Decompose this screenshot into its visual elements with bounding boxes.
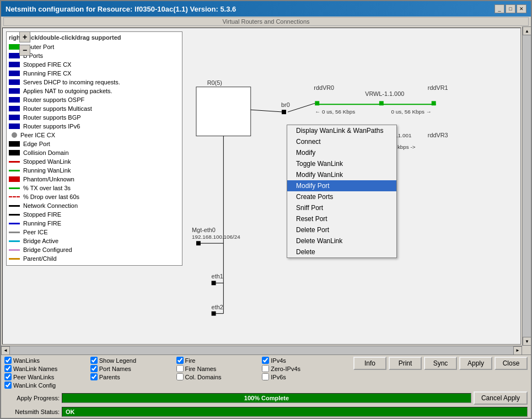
legend-stopped-fire-cx: Stopped FIRE CX (23, 60, 71, 69)
canvas-area[interactable]: + − right-click/double-click/drag suppor… (2, 28, 521, 345)
progress-bar-fill: 100% Complete (62, 394, 471, 402)
legend-running-fire-cx: Running FIRE CX (23, 69, 71, 78)
list-item: Collision Domain (9, 148, 180, 157)
scroll-down-button[interactable]: ▼ (523, 337, 531, 346)
legend-running-wanlink: Running WanLink (23, 166, 71, 175)
ospf-color (9, 97, 20, 103)
checkbox-fire[interactable]: Fire (176, 357, 261, 364)
maximize-button[interactable]: □ (506, 4, 515, 13)
edge-port-color (9, 141, 20, 147)
window-title: Netsmith configuration for Resource: lf0… (6, 5, 236, 13)
checkbox-wanlink-config[interactable]: WanLink Config (4, 382, 89, 389)
legend-bgp: Router supports BGP (23, 113, 81, 122)
list-item: Stopped FIRE CX (9, 60, 180, 69)
checkbox-ipv6s[interactable]: IPv6s (262, 373, 347, 380)
svg-text:br0: br0 (281, 101, 290, 108)
svg-rect-10 (432, 101, 436, 105)
checkbox-wanlinks[interactable]: WanLinks (4, 357, 89, 364)
parent-child-color (9, 258, 20, 260)
checkbox-ipv4s[interactable]: IPv4s (262, 357, 347, 364)
checkbox-col-domains[interactable]: Col. Domains (176, 373, 261, 380)
list-item: Bridge Configured (9, 245, 180, 254)
list-item: Router Port (9, 42, 180, 51)
main-area: + − right-click/double-click/drag suppor… (1, 26, 531, 346)
svg-text:0 us, 56 Kbps →: 0 us, 56 Kbps → (391, 109, 432, 115)
sync-button[interactable]: Sync (424, 357, 457, 370)
context-menu-item-display-wanlink[interactable]: Display WanLink & WanPaths (287, 125, 396, 136)
apply-button[interactable]: Apply (459, 357, 492, 370)
context-menu-item-modify-wanlink[interactable]: Modify WanLink (287, 169, 396, 180)
status-label: Netsmith Status: (4, 409, 60, 415)
svg-line-30 (288, 103, 315, 112)
list-item: Applies NAT to outgoing packets. (9, 87, 180, 95)
print-button[interactable]: Print (389, 357, 422, 370)
context-menu-item-create-ports[interactable]: Create Ports (287, 191, 396, 202)
vertical-scrollbar[interactable]: ▲ ▼ (522, 26, 531, 346)
legend-bridge-active: Bridge Active (23, 237, 58, 245)
checkbox-parents[interactable]: Parents (90, 373, 175, 380)
context-menu-item-connect[interactable]: Connect (287, 136, 396, 147)
scroll-track-h[interactable] (10, 346, 513, 354)
close-button[interactable]: Close (495, 357, 528, 370)
svg-text:Mgt-eth0: Mgt-eth0 (192, 227, 216, 233)
context-menu-item-delete-wanlink[interactable]: Delete WanLink (287, 235, 396, 246)
close-window-button[interactable]: ✕ (517, 4, 526, 13)
list-item: Serves DHCP to incoming requests. (9, 78, 180, 87)
checkbox-fire-names[interactable]: Fire Names (176, 365, 261, 372)
legend-peer-ice-cx: Peer ICE CX (20, 131, 55, 139)
nat-color (9, 88, 20, 94)
info-button[interactable]: Info (353, 357, 386, 370)
scroll-right-button[interactable]: ► (513, 346, 522, 355)
list-item: Router supports OSPF (9, 95, 180, 104)
checkbox-port-names[interactable]: Port Names (90, 365, 175, 372)
svg-text:eth2: eth2 (212, 304, 223, 310)
list-item: Phantom/Unknown (9, 175, 180, 184)
legend-parent-child: Parent/Child (23, 254, 57, 263)
svg-text:rddVR0: rddVR0 (314, 84, 334, 91)
legend-peer-ice: Peer ICE (23, 228, 48, 237)
list-item: Running FIRE (9, 219, 180, 228)
minimize-button[interactable]: _ (495, 4, 504, 13)
svg-rect-0 (196, 87, 251, 136)
progress-bar-container: 100% Complete (62, 393, 471, 403)
context-menu-item-delete[interactable]: Delete (287, 246, 396, 257)
zoom-out-button[interactable]: − (19, 45, 30, 56)
list-item: Peer ICE CX (9, 131, 180, 139)
network-conn-color (9, 205, 20, 207)
peer-ice-cx-dot (12, 132, 17, 138)
scroll-up-button[interactable]: ▲ (523, 26, 531, 35)
context-menu-item-sniff-port[interactable]: Sniff Port (287, 202, 396, 213)
svg-text:← 0 us, 56 Kbps: ← 0 us, 56 Kbps (315, 109, 355, 115)
checkbox-wanlink-names[interactable]: WanLink Names (4, 365, 89, 372)
legend-dhcp: Serves DHCP to incoming requests. (23, 78, 120, 87)
list-item: % Drop over last 60s (9, 192, 180, 201)
zoom-in-button[interactable]: + (19, 31, 30, 42)
checkbox-show-legend[interactable]: Show Legend (90, 357, 175, 364)
list-item: Running WanLink (9, 166, 180, 175)
scroll-track-v[interactable] (523, 35, 531, 337)
legend-collision-domain: Collision Domain (23, 148, 69, 157)
section-label: Virtual Routers and Connections (3, 17, 529, 26)
context-menu-item-modify[interactable]: Modify (287, 147, 396, 158)
legend-title: right-click/double-click/drag supported (9, 34, 180, 41)
stopped-fire-cx-color (9, 62, 20, 67)
scroll-left-button[interactable]: ◄ (1, 346, 10, 355)
legend-stopped-wanlink: Stopped WanLink (23, 157, 71, 166)
context-menu-item-delete-port[interactable]: Delete Port (287, 224, 396, 235)
checkbox-zero-ipv4s[interactable]: Zero-IPv4s (262, 365, 347, 372)
cancel-apply-button[interactable]: Cancel Apply (474, 391, 528, 405)
status-text: OK (66, 409, 75, 415)
collision-domain-color (9, 150, 20, 155)
legend-ospf: Router supports OSPF (23, 95, 84, 104)
context-menu-item-toggle-wanlink[interactable]: Toggle WanLink (287, 158, 396, 169)
checkbox-peer-wanlinks[interactable]: Peer WanLinks (4, 373, 89, 380)
context-menu-item-modify-port[interactable]: Modify Port (287, 180, 396, 191)
context-menu-item-reset-port[interactable]: Reset Port (287, 213, 396, 224)
svg-rect-22 (212, 311, 216, 316)
legend-ipv6: Router supports IPv6 (23, 122, 80, 131)
svg-text:VRWL-1.1.000: VRWL-1.1.000 (365, 90, 404, 97)
list-item: Running FIRE CX (9, 69, 180, 78)
horizontal-scrollbar[interactable]: ◄ ► (1, 346, 522, 354)
title-bar: Netsmith configuration for Resource: lf0… (1, 1, 531, 17)
list-item: Bridge Active (9, 237, 180, 245)
